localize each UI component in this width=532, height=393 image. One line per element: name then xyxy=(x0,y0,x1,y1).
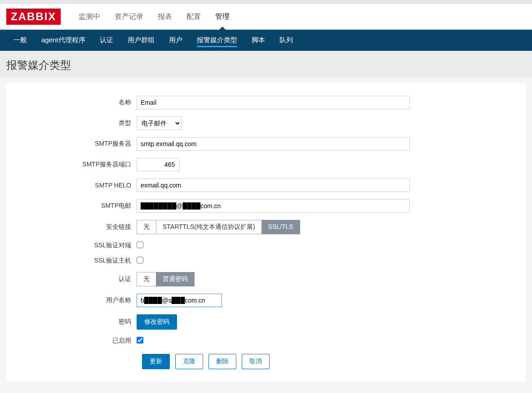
subnav-general[interactable]: 一般 xyxy=(6,30,34,51)
password-label: 密码 xyxy=(15,318,137,326)
security-ssltls[interactable]: SSL/TLS xyxy=(262,220,300,234)
ssl-peer-label: SSL验证对端 xyxy=(15,241,137,250)
enabled-label: 已启用 xyxy=(15,337,137,345)
subnav-media-types[interactable]: 报警媒介类型 xyxy=(190,30,244,51)
username-input[interactable] xyxy=(137,294,222,307)
subnav-proxies[interactable]: agent代理程序 xyxy=(34,30,93,51)
username-label: 用户名称 xyxy=(15,296,137,304)
clone-button[interactable]: 克隆 xyxy=(175,354,203,369)
security-label: 安全链接 xyxy=(15,223,137,231)
smtp-email-label: SMTP电邮 xyxy=(15,202,137,210)
smtp-helo-label: SMTP HELO xyxy=(15,182,137,189)
topnav-administration[interactable]: 管理 xyxy=(208,4,237,30)
row-password: 密码 修改密码 xyxy=(15,314,517,330)
row-enabled: 已启用 xyxy=(15,337,517,345)
type-label: 类型 xyxy=(15,119,137,127)
row-name: 名称 xyxy=(15,96,517,109)
subnav-authentication[interactable]: 认证 xyxy=(93,30,120,51)
subnav-scripts[interactable]: 脚本 xyxy=(244,30,272,51)
page-header: 报警媒介类型 xyxy=(0,51,532,77)
auth-label: 认证 xyxy=(15,275,137,283)
row-smtp-port: SMTP服务器端口 xyxy=(15,158,517,171)
delete-button[interactable]: 删除 xyxy=(208,354,236,369)
smtp-email-input[interactable] xyxy=(137,199,410,213)
enabled-checkbox[interactable] xyxy=(137,337,143,344)
cancel-button[interactable]: 取消 xyxy=(242,354,270,369)
name-input[interactable] xyxy=(137,96,410,109)
auth-password[interactable]: 普通密码 xyxy=(156,272,195,286)
smtp-port-label: SMTP服务器端口 xyxy=(15,161,137,169)
content-area: 名称 类型 电子邮件 SMTP服务器 SMTP服务器端口 xyxy=(0,77,532,388)
smtp-port-input[interactable] xyxy=(137,158,180,171)
sub-navigation: 一般 agent代理程序 认证 用户群组 用户 报警媒介类型 脚本 队列 xyxy=(0,30,532,51)
update-button[interactable]: 更新 xyxy=(142,354,170,369)
subnav-users[interactable]: 用户 xyxy=(162,30,190,51)
row-auth: 认证 无 普通密码 xyxy=(15,272,517,286)
auth-none[interactable]: 无 xyxy=(137,272,156,286)
security-radio-group: 无 STARTTLS(纯文本通信协议扩展) SSL/TLS xyxy=(137,220,517,234)
row-smtp-helo: SMTP HELO xyxy=(15,179,517,192)
smtp-server-label: SMTP服务器 xyxy=(15,140,137,148)
change-password-button[interactable]: 修改密码 xyxy=(137,314,177,330)
zabbix-logo[interactable]: ZABBIX xyxy=(6,9,61,25)
name-label: 名称 xyxy=(15,98,137,107)
row-ssl-host: SSL验证主机 xyxy=(15,257,517,265)
row-smtp-server: SMTP服务器 xyxy=(15,137,517,151)
topnav-monitoring[interactable]: 监测中 xyxy=(71,4,107,30)
form-panel: 名称 类型 电子邮件 SMTP服务器 SMTP服务器端口 xyxy=(6,83,526,382)
smtp-helo-input[interactable] xyxy=(137,179,410,192)
top-navigation: 监测中 资产记录 报表 配置 管理 xyxy=(71,4,237,30)
row-ssl-peer: SSL验证对端 xyxy=(15,241,517,250)
row-smtp-email: SMTP电邮 xyxy=(15,199,517,213)
topnav-inventory[interactable]: 资产记录 xyxy=(107,4,151,30)
row-security: 安全链接 无 STARTTLS(纯文本通信协议扩展) SSL/TLS xyxy=(15,220,517,234)
row-username: 用户名称 xyxy=(15,294,517,307)
ssl-peer-checkbox[interactable] xyxy=(137,241,143,248)
security-starttls[interactable]: STARTTLS(纯文本通信协议扩展) xyxy=(156,220,262,234)
topbar: ZABBIX 监测中 资产记录 报表 配置 管理 xyxy=(0,4,532,30)
type-select[interactable]: 电子邮件 xyxy=(137,116,182,130)
security-none[interactable]: 无 xyxy=(137,220,156,234)
ssl-host-checkbox[interactable] xyxy=(137,257,143,263)
page-title: 报警媒介类型 xyxy=(6,58,526,72)
ssl-host-label: SSL验证主机 xyxy=(15,257,137,265)
smtp-server-input[interactable] xyxy=(137,137,410,151)
auth-radio-group: 无 普通密码 xyxy=(137,272,517,286)
browser-chrome xyxy=(0,0,532,4)
subnav-queue[interactable]: 队列 xyxy=(272,30,300,51)
topnav-reports[interactable]: 报表 xyxy=(151,4,179,30)
subnav-user-groups[interactable]: 用户群组 xyxy=(120,30,162,51)
row-type: 类型 电子邮件 xyxy=(15,116,517,130)
action-buttons: 更新 克隆 删除 取消 xyxy=(142,354,517,369)
topnav-configuration[interactable]: 配置 xyxy=(179,4,208,30)
